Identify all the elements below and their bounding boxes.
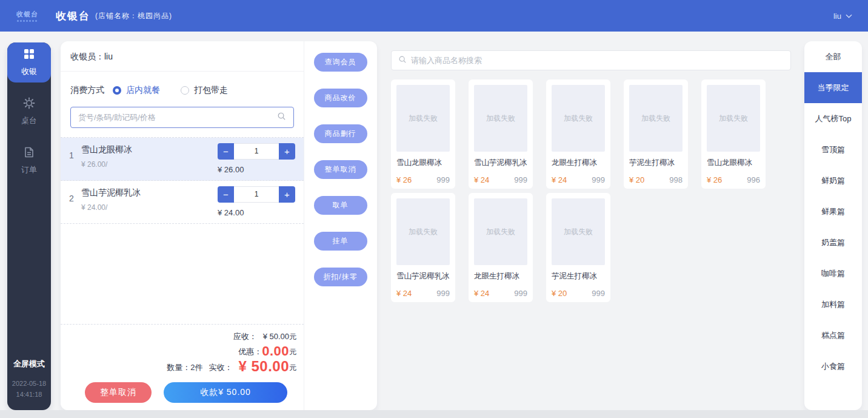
product-stock: 999	[592, 175, 605, 184]
product-card[interactable]: 加载失败 雪山龙眼椰冰 ¥ 26 996	[701, 79, 766, 189]
product-stock: 996	[747, 175, 760, 184]
product-card[interactable]: 加载失败 雪山龙眼椰冰 ¥ 26 999	[391, 79, 455, 189]
product-image-placeholder: 加载失败	[707, 85, 760, 152]
quick-actions-column: 查询会员 商品改价 商品删行 整单取消 取单 挂单 折扣/抹零	[304, 41, 376, 410]
user-menu[interactable]: liu	[833, 12, 852, 21]
consume-mode-label: 消费方式	[70, 85, 104, 96]
category-label: 加料篇	[821, 299, 845, 310]
product-image-placeholder: 加载失败	[396, 198, 450, 265]
app-logo-decoration	[17, 20, 38, 22]
radio-label: 打包带走	[194, 85, 228, 96]
discount-value: 0.00	[262, 343, 289, 359]
category-item[interactable]: 全部	[804, 41, 862, 72]
quick-action-button[interactable]: 整单取消	[314, 160, 367, 179]
store-name-subtitle: (店铺名称：桃园尚品)	[95, 11, 172, 21]
product-price: ¥ 24	[474, 175, 489, 184]
product-card[interactable]: 加载失败 龙眼生打椰冰 ¥ 24 999	[546, 79, 610, 189]
quick-action-button[interactable]: 商品改价	[314, 89, 367, 107]
quantity-stepper: − 1 +	[218, 143, 295, 160]
radio-label: 店内就餐	[126, 85, 160, 96]
product-image-placeholder: 加载失败	[552, 85, 605, 152]
cart-item-list: 1 雪山龙眼椰冰 ¥ 26.00/ − 1 + ¥ 26.00	[61, 137, 304, 332]
category-item[interactable]: 鲜果篇	[804, 196, 862, 227]
minus-button[interactable]: −	[218, 186, 234, 203]
category-item[interactable]: 加料篇	[804, 289, 862, 320]
product-card[interactable]: 加载失败 雪山芋泥椰乳冰 ¥ 24 999	[391, 193, 455, 302]
summary-discount-line: 优惠：0.00元	[69, 344, 296, 359]
cart-panel: 收银员：liu 消费方式 店内就餐 打包带走	[61, 41, 304, 410]
category-item[interactable]: 奶盖篇	[804, 227, 862, 258]
category-item[interactable]: 当季限定	[804, 72, 862, 103]
quantity-value[interactable]: 1	[234, 143, 279, 160]
category-label: 当季限定	[818, 83, 849, 93]
quick-action-button[interactable]: 商品删行	[314, 124, 367, 143]
barcode-search-input[interactable]	[78, 113, 277, 122]
sidebar-item-label: 收银	[21, 66, 37, 77]
minus-button[interactable]: −	[218, 143, 234, 160]
due-label: 应收：	[233, 332, 257, 341]
product-image-placeholder: 加载失败	[474, 198, 527, 265]
category-label: 鲜果篇	[821, 206, 845, 217]
product-search-input[interactable]	[411, 56, 784, 65]
load-failed-text: 加载失败	[564, 227, 593, 237]
quantity-value[interactable]: 1	[234, 186, 279, 203]
category-label: 人气榜Top	[815, 113, 852, 124]
checkout-button[interactable]: 收款¥ 50.00	[164, 382, 287, 403]
sidebar-item-cashier[interactable]: 收银	[7, 42, 51, 83]
category-label: 小食篇	[821, 361, 845, 372]
product-card[interactable]: 加载失败 雪山芋泥椰乳冰 ¥ 24 999	[469, 79, 533, 189]
cancel-order-button[interactable]: 整单取消	[85, 382, 152, 403]
consume-mode-row: 消费方式 店内就餐 打包带走	[70, 85, 294, 96]
load-failed-text: 加载失败	[564, 113, 593, 124]
quick-action-button[interactable]: 查询会员	[314, 53, 367, 72]
discount-label: 优惠：	[238, 347, 262, 356]
product-image-placeholder: 加载失败	[552, 198, 605, 265]
page-title: 收银台	[56, 9, 90, 23]
cart-item-index: 2	[69, 186, 81, 217]
cart-item-name: 雪山芋泥椰乳冰	[81, 187, 218, 198]
cart-item-row[interactable]: 1 雪山龙眼椰冰 ¥ 26.00/ − 1 + ¥ 26.00	[61, 138, 304, 181]
radio-icon	[181, 86, 189, 95]
search-icon	[398, 55, 407, 66]
current-time: 14:41:18	[7, 389, 51, 400]
product-image-placeholder: 加载失败	[629, 85, 683, 152]
quick-action-button[interactable]: 折扣/抹零	[314, 268, 367, 286]
radio-dine-in[interactable]: 店内就餐	[113, 85, 160, 96]
radio-icon	[113, 86, 121, 95]
workspace-panel: 收银员：liu 消费方式 店内就餐 打包带走	[61, 41, 377, 410]
quick-action-button[interactable]: 取单	[314, 196, 367, 215]
search-icon[interactable]	[277, 112, 286, 123]
category-item[interactable]: 咖啡篇	[804, 258, 862, 289]
chevron-down-icon	[846, 12, 852, 21]
product-search-box	[391, 50, 791, 70]
plus-button[interactable]: +	[279, 143, 295, 160]
barcode-search-box	[70, 107, 294, 128]
app-logo: 收银台	[13, 10, 41, 22]
app-logo-text: 收银台	[13, 10, 42, 19]
product-name: 雪山龙眼椰冰	[396, 158, 450, 168]
category-item[interactable]: 雪顶篇	[804, 134, 862, 165]
plus-button[interactable]: +	[279, 186, 295, 203]
product-name: 芋泥生打椰冰	[552, 271, 605, 281]
sidebar-item-tables[interactable]: 桌台	[7, 92, 51, 132]
product-stock: 999	[436, 175, 450, 184]
sidebar-footer: 全屏模式 2022-05-18 14:41:18	[7, 359, 51, 400]
quick-action-button[interactable]: 挂单	[314, 232, 367, 251]
category-item[interactable]: 人气榜Top	[804, 103, 862, 134]
cart-summary-section: 应收：¥ 50.00元 优惠：0.00元 数量：2件实收：¥ 50.00元 整单…	[61, 324, 304, 410]
product-name: 雪山龙眼椰冰	[707, 158, 760, 168]
product-card[interactable]: 加载失败 龙眼生打椰冰 ¥ 24 999	[469, 193, 533, 302]
received-unit: 元	[289, 363, 296, 372]
fullscreen-mode-button[interactable]: 全屏模式	[7, 359, 51, 369]
radio-takeaway[interactable]: 打包带走	[181, 85, 228, 96]
product-name: 芋泥生打椰冰	[629, 158, 683, 168]
cart-item-row[interactable]: 2 雪山芋泥椰乳冰 ¥ 24.00/ − 1 + ¥ 24.00	[61, 181, 304, 224]
product-card[interactable]: 加载失败 芋泥生打椰冰 ¥ 20 999	[546, 193, 610, 302]
category-item[interactable]: 小食篇	[804, 351, 862, 382]
category-item[interactable]: 鲜奶篇	[804, 165, 862, 196]
product-card[interactable]: 加载失败 芋泥生打椰冰 ¥ 20 998	[624, 79, 688, 189]
sidebar-item-orders[interactable]: 订单	[7, 141, 51, 181]
product-price: ¥ 24	[474, 289, 489, 298]
category-label: 糕点篇	[821, 330, 845, 341]
category-item[interactable]: 糕点篇	[804, 320, 862, 351]
